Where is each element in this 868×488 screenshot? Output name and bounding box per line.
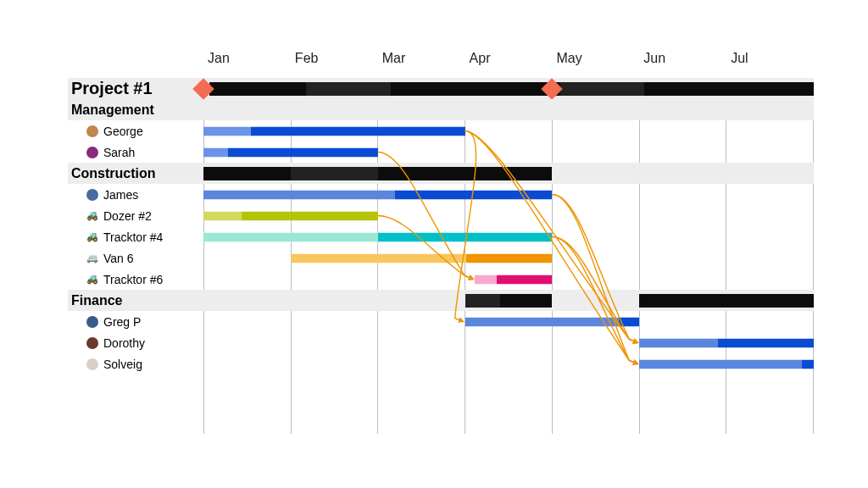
avatar-icon xyxy=(86,125,98,137)
gantt-bar[interactable] xyxy=(291,253,553,263)
gantt-bar-segment xyxy=(203,167,291,180)
row-label-text: Solveig xyxy=(103,358,142,371)
gantt-bar[interactable] xyxy=(639,294,814,308)
task-row: 🚐Van 6 xyxy=(68,247,814,269)
gantt-bar-segment xyxy=(395,190,552,199)
task-row: 🚜Dozer #2 xyxy=(68,205,814,226)
month-label: Mar xyxy=(378,51,465,78)
gantt-bar[interactable] xyxy=(203,147,378,157)
bar-zone xyxy=(203,163,814,184)
gantt-bar-segment xyxy=(639,338,718,347)
gantt-bar-segment xyxy=(639,294,814,308)
task-row: Solveig xyxy=(68,353,814,374)
row-label-text: George xyxy=(103,125,143,138)
row-label: George xyxy=(68,125,203,138)
gantt-bar-segment xyxy=(644,82,814,96)
row-label: Finance xyxy=(68,293,203,308)
gantt-bar-segment xyxy=(465,317,619,326)
bar-zone xyxy=(203,120,814,141)
bar-zone xyxy=(203,184,814,205)
month-label: Feb xyxy=(291,51,378,78)
bar-zone xyxy=(203,247,814,269)
resource-icon: 🚐 xyxy=(86,252,98,264)
bar-zone xyxy=(203,353,814,374)
gantt-bar[interactable] xyxy=(203,211,378,220)
gantt-bar[interactable] xyxy=(203,167,552,180)
resource-icon: 🚜 xyxy=(86,210,98,222)
row-label-text: Van 6 xyxy=(103,252,134,265)
gantt-bar-segment xyxy=(466,253,553,263)
bar-zone xyxy=(203,290,814,311)
row-label-text: Dorothy xyxy=(103,336,145,350)
row-label: 🚜Tracktor #6 xyxy=(68,273,203,286)
row-label: Dorothy xyxy=(68,336,203,350)
gantt-bar-segment xyxy=(242,211,377,220)
gantt-bar-segment xyxy=(209,82,306,96)
row-label: Solveig xyxy=(68,358,203,371)
gantt-bar[interactable] xyxy=(639,338,814,347)
row-label-text: Construction xyxy=(71,166,156,181)
row-label: 🚜Tracktor #4 xyxy=(68,230,203,244)
task-row: Sarah xyxy=(68,141,814,163)
gantt-bar-segment xyxy=(465,294,500,308)
avatar-icon xyxy=(86,337,98,349)
row-label-text: Greg P xyxy=(103,315,141,329)
gantt-bar[interactable] xyxy=(465,317,640,326)
gantt-bar-segment xyxy=(228,147,378,157)
gantt-chart: JanFebMarAprMayJunJul Project #1Manageme… xyxy=(68,51,814,374)
gantt-bar[interactable] xyxy=(203,126,465,136)
row-label-text: Project #1 xyxy=(71,79,153,98)
avatar-icon xyxy=(86,147,98,158)
month-label: Jul xyxy=(726,51,814,78)
bar-zone xyxy=(203,226,814,247)
gantt-bar-segment xyxy=(251,126,465,136)
row-label-text: James xyxy=(103,188,138,202)
bar-zone xyxy=(203,205,814,226)
month-label: May xyxy=(552,51,639,78)
task-row: Greg P xyxy=(68,311,814,332)
gantt-bar-segment xyxy=(500,294,553,308)
timeline-header: JanFebMarAprMayJunJul xyxy=(203,51,814,78)
gantt-bar-segment xyxy=(619,317,640,326)
gantt-bar-segment xyxy=(291,167,378,180)
gantt-bar-segment xyxy=(718,338,814,347)
bar-zone xyxy=(203,78,814,99)
gantt-bar[interactable] xyxy=(465,294,553,308)
task-row: James xyxy=(68,184,814,205)
gantt-bar[interactable] xyxy=(475,274,552,284)
row-label: Sarah xyxy=(68,146,203,159)
gantt-bar-segment xyxy=(639,359,801,369)
gantt-bar[interactable] xyxy=(209,82,814,96)
resource-icon: 🚜 xyxy=(86,231,98,243)
row-label-text: Tracktor #6 xyxy=(103,273,163,286)
row-label: Greg P xyxy=(68,315,203,329)
avatar-icon xyxy=(86,316,98,328)
month-labels: JanFebMarAprMayJunJul xyxy=(203,51,814,78)
gantt-bar-segment xyxy=(475,274,496,284)
gantt-bar-segment xyxy=(306,82,391,96)
section-row: Finance xyxy=(68,290,814,311)
row-label-text: Sarah xyxy=(103,146,135,159)
gantt-bar[interactable] xyxy=(203,232,552,241)
gantt-bar-segment xyxy=(203,147,228,157)
bar-zone xyxy=(203,332,814,353)
gantt-bar[interactable] xyxy=(203,190,552,199)
bar-zone xyxy=(203,269,814,290)
gantt-bar-segment xyxy=(291,253,466,263)
row-label-text: Dozer #2 xyxy=(103,209,152,223)
bar-zone xyxy=(203,141,814,163)
row-label: Project #1 xyxy=(68,79,203,98)
gantt-bar[interactable] xyxy=(639,359,814,369)
task-row: 🚜Tracktor #4 xyxy=(68,226,814,247)
row-label: Construction xyxy=(68,166,203,181)
avatar-icon xyxy=(86,189,98,201)
project-row: Project #1 xyxy=(68,78,814,99)
gantt-bar-segment xyxy=(560,82,645,96)
bar-zone xyxy=(203,311,814,332)
task-row: Dorothy xyxy=(68,332,814,353)
gantt-bar-segment xyxy=(203,211,242,220)
gantt-bar-segment xyxy=(391,82,560,96)
gantt-bar-segment xyxy=(203,190,395,199)
gantt-bar-segment xyxy=(378,167,553,180)
gantt-bar-segment xyxy=(203,232,378,241)
